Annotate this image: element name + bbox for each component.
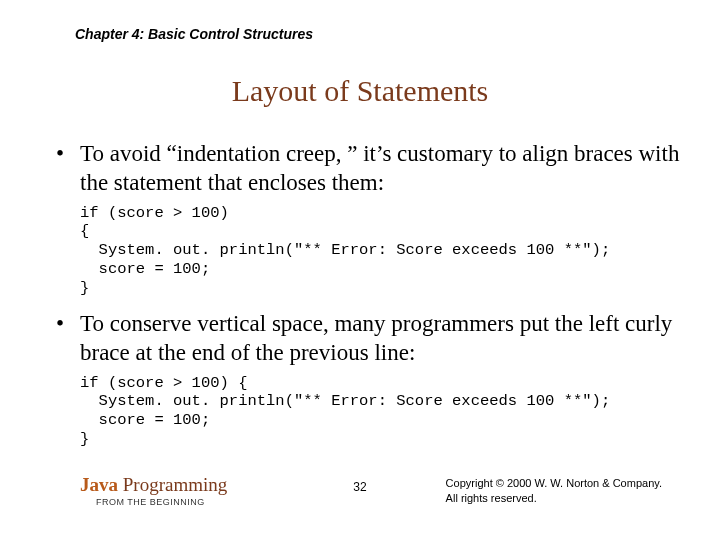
chapter-label: Chapter 4: Basic Control Structures <box>75 26 313 42</box>
bullet-item: To conserve vertical space, many program… <box>56 310 680 368</box>
copyright-line2: All rights reserved. <box>446 491 662 506</box>
main-content: To avoid “indentation creep, ” it’s cust… <box>56 140 680 461</box>
code-block: if (score > 100) { System. out. println(… <box>80 204 680 299</box>
bullet-item: To avoid “indentation creep, ” it’s cust… <box>56 140 680 198</box>
footer: Java Programming FROM THE BEGINNING 32 C… <box>0 474 720 524</box>
page-title: Layout of Statements <box>0 74 720 108</box>
copyright-block: Copyright © 2000 W. W. Norton & Company.… <box>446 476 662 506</box>
copyright-line1: Copyright © 2000 W. W. Norton & Company. <box>446 476 662 491</box>
brand-subtitle: FROM THE BEGINNING <box>96 497 227 507</box>
code-block: if (score > 100) { System. out. println(… <box>80 374 680 450</box>
